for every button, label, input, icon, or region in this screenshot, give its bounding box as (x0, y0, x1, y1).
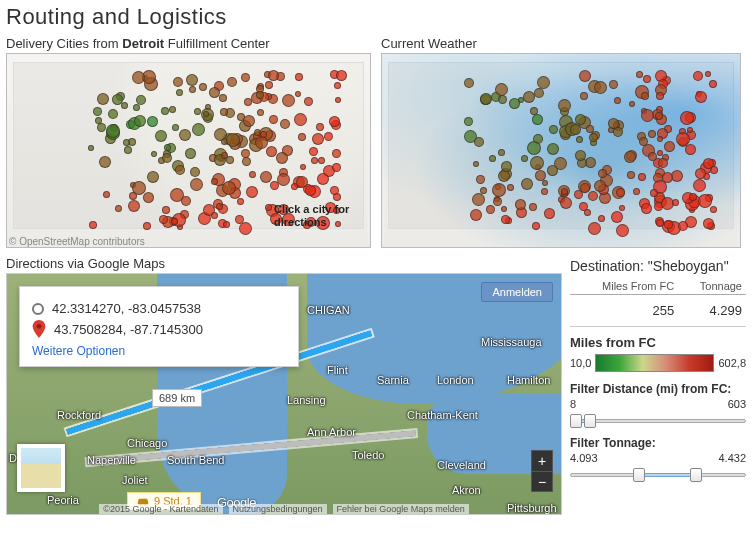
city-dot[interactable] (219, 94, 227, 102)
city-dot[interactable] (671, 170, 683, 182)
city-dot[interactable] (507, 184, 514, 191)
gmap-report-link[interactable]: Fehler bei Google Maps melden (333, 504, 469, 514)
city-dot[interactable] (162, 206, 170, 214)
city-dot[interactable] (658, 158, 668, 168)
city-dot[interactable] (265, 81, 273, 89)
city-dot[interactable] (609, 80, 618, 89)
city-dot[interactable] (260, 171, 272, 183)
city-dot[interactable] (650, 189, 658, 197)
city-dot[interactable] (575, 150, 586, 161)
city-dot[interactable] (470, 209, 482, 221)
city-dot[interactable] (698, 194, 712, 208)
city-dot[interactable] (523, 91, 535, 103)
city-dot[interactable] (672, 199, 679, 206)
city-dot[interactable] (515, 199, 526, 210)
city-dot[interactable] (181, 196, 191, 206)
city-dot[interactable] (709, 80, 717, 88)
city-dot[interactable] (189, 86, 196, 93)
city-dot[interactable] (501, 161, 512, 172)
city-dot[interactable] (108, 109, 118, 119)
city-dot[interactable] (162, 153, 172, 163)
city-dot[interactable] (627, 171, 635, 179)
city-dot[interactable] (241, 73, 250, 82)
city-dot[interactable] (474, 137, 484, 147)
delivery-map[interactable]: Click a city for directions © OpenStreet… (6, 53, 371, 248)
city-dot[interactable] (244, 98, 252, 106)
city-dot[interactable] (489, 155, 496, 162)
city-dot[interactable] (172, 124, 179, 131)
city-dot[interactable] (128, 200, 140, 212)
city-dot[interactable] (588, 222, 601, 235)
city-dot[interactable] (330, 186, 339, 195)
city-dot[interactable] (235, 215, 244, 224)
city-dot[interactable] (616, 224, 629, 237)
city-dot[interactable] (549, 125, 558, 134)
city-dot[interactable] (521, 178, 533, 190)
weather-map[interactable] (381, 53, 741, 248)
city-dot[interactable] (695, 168, 706, 179)
distance-thumb-low[interactable] (570, 414, 582, 428)
city-dot[interactable] (664, 220, 673, 229)
city-dot[interactable] (304, 97, 313, 106)
city-dot[interactable] (324, 132, 333, 141)
city-dot[interactable] (220, 108, 228, 116)
city-dot[interactable] (147, 116, 158, 127)
city-dot[interactable] (664, 141, 675, 152)
city-dot[interactable] (693, 71, 703, 81)
city-dot[interactable] (190, 167, 200, 177)
city-dot[interactable] (561, 188, 568, 195)
city-dot[interactable] (509, 98, 520, 109)
google-map[interactable]: CHIGANMississaugaFlintSarniaLondonHamilt… (6, 273, 562, 515)
city-dot[interactable] (97, 123, 106, 132)
city-dot[interactable] (588, 191, 598, 201)
city-dot[interactable] (616, 188, 625, 197)
city-dot[interactable] (695, 91, 707, 103)
city-dot[interactable] (269, 115, 278, 124)
city-dot[interactable] (175, 165, 185, 175)
zoom-in-button[interactable]: + (532, 451, 552, 471)
city-dot[interactable] (334, 82, 341, 89)
city-dot[interactable] (332, 149, 341, 158)
city-dot[interactable] (194, 108, 201, 115)
city-dot[interactable] (662, 172, 673, 183)
city-dot[interactable] (657, 136, 663, 142)
city-dot[interactable] (242, 157, 251, 166)
more-options-link[interactable]: Weitere Optionen (32, 344, 286, 358)
city-dot[interactable] (472, 193, 485, 206)
city-dot[interactable] (336, 70, 347, 81)
filter-tonnage-slider[interactable] (570, 466, 746, 482)
city-dot[interactable] (624, 151, 636, 163)
city-dot[interactable] (532, 222, 540, 230)
city-dot[interactable] (498, 149, 505, 156)
layer-switcher[interactable] (17, 444, 65, 492)
city-dot[interactable] (541, 188, 548, 195)
city-dot[interactable] (611, 211, 623, 223)
city-dot[interactable] (311, 157, 318, 164)
city-dot[interactable] (680, 111, 694, 125)
city-dot[interactable] (579, 202, 588, 211)
city-dot[interactable] (498, 170, 510, 182)
city-dot[interactable] (676, 132, 690, 146)
city-dot[interactable] (473, 161, 479, 167)
city-dot[interactable] (580, 92, 588, 100)
city-dot[interactable] (282, 94, 295, 107)
city-dot[interactable] (260, 131, 267, 138)
city-dot[interactable] (317, 173, 329, 185)
city-dot[interactable] (464, 78, 474, 88)
city-dot[interactable] (227, 77, 237, 87)
city-dot[interactable] (547, 143, 559, 155)
city-dot[interactable] (291, 183, 298, 190)
city-dot[interactable] (641, 92, 649, 100)
city-dot[interactable] (147, 171, 159, 183)
city-dot[interactable] (171, 218, 178, 225)
login-button[interactable]: Anmelden (481, 282, 553, 302)
city-dot[interactable] (106, 124, 120, 138)
city-dot[interactable] (159, 215, 168, 224)
city-dot[interactable] (312, 133, 324, 145)
city-dot[interactable] (209, 87, 220, 98)
city-dot[interactable] (185, 148, 196, 159)
city-dot[interactable] (237, 198, 244, 205)
city-dot[interactable] (710, 206, 717, 213)
city-dot[interactable] (176, 89, 183, 96)
city-dot[interactable] (115, 205, 122, 212)
